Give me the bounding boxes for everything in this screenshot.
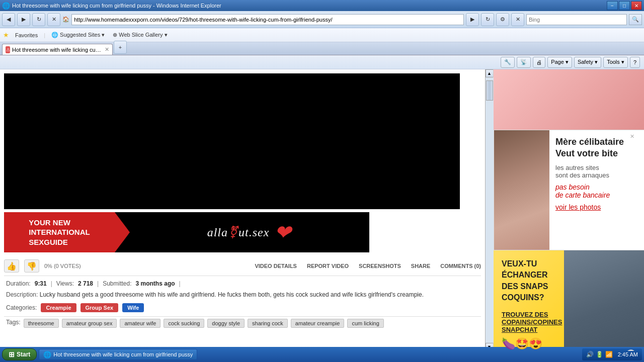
address-bar: ◀ ▶ ↻ ✕ 🏠 ▶ ↻ ⚙ ✕ 🔍 xyxy=(0,11,644,28)
snap-ad-text: VEUX-TU ÉCHANGER DES SNAPS COQUINS? TROU… xyxy=(494,250,570,351)
snap-sub[interactable]: TROUVEZ DES COPAINS/COPINES SNAPCHAT xyxy=(502,311,562,333)
new-tab-button[interactable]: + xyxy=(114,41,127,54)
tools-icon-button[interactable]: 🔧 xyxy=(501,57,515,68)
sidebar-ad-top[interactable] xyxy=(494,69,644,130)
suggested-sites-button[interactable]: 🌐 Suggested Sites ▾ xyxy=(49,31,107,39)
tab-video-details[interactable]: VIDEO DETAILS xyxy=(255,261,297,271)
tag-amateur-creampie[interactable]: amateur creampie xyxy=(291,319,345,328)
search-input[interactable] xyxy=(526,14,627,25)
scroll-track xyxy=(486,77,494,343)
tray-icon-2: 🔋 xyxy=(596,351,603,358)
tools-small-button[interactable]: ⚙ xyxy=(496,13,509,26)
video-player[interactable] xyxy=(4,73,460,209)
banner-ad[interactable]: YOUR NEWINTERNATIONALSEXGUIDE alla⚧ut.se… xyxy=(4,212,369,252)
refresh-button[interactable]: ↻ xyxy=(32,13,45,26)
video-meta-row: Duration: 9:31 | Views: 2 718 | Submitte… xyxy=(6,280,479,287)
tag-sharing-cock[interactable]: sharing cock xyxy=(248,319,288,328)
submitted-label: Submitted: xyxy=(103,280,131,287)
go-button[interactable]: ▶ xyxy=(466,13,479,26)
views-label: Views: xyxy=(56,280,74,287)
favorites-star-icon: ★ xyxy=(3,31,9,39)
stop-small-button[interactable]: ✕ xyxy=(511,13,524,26)
tab-close-icon[interactable]: ✕ xyxy=(105,46,109,53)
snap-ad-image xyxy=(564,250,644,351)
like-button[interactable]: 👍 xyxy=(4,259,19,273)
tag-amateur-wife[interactable]: amateur wife xyxy=(120,319,160,328)
description-text: Lucky husband gets a good threesome with… xyxy=(40,291,424,298)
ie-taskbar-item[interactable]: 🌐 Hot threesome with wife licking cum fr… xyxy=(39,349,197,360)
sep3: | xyxy=(179,280,181,287)
tag-cock-sucking[interactable]: cock sucking xyxy=(164,319,204,328)
ie-taskbar-icon: 🌐 xyxy=(43,351,51,358)
web-slice-button[interactable]: ⊕ Web Slice Gallery ▾ xyxy=(111,31,169,39)
snap-emojis: 🍆🤩😍 xyxy=(502,337,562,350)
tray-icon-1: 🔊 xyxy=(586,351,594,358)
tag-cum-licking[interactable]: cum licking xyxy=(347,319,383,328)
category-groupsex[interactable]: Group Sex xyxy=(80,303,119,312)
help-button[interactable]: ? xyxy=(630,57,640,68)
title-bar: 🌐 Hot threesome with wife licking cum fr… xyxy=(0,0,644,11)
favorites-button[interactable]: Favorites xyxy=(13,31,40,39)
content-area: YOUR NEWINTERNATIONALSEXGUIDE alla⚧ut.se… xyxy=(0,69,485,351)
banner-heart-icon: ❤ xyxy=(274,221,292,244)
search-go-button[interactable]: 🔍 xyxy=(629,14,642,25)
category-creampie[interactable]: Creampie xyxy=(41,303,76,312)
stop-button[interactable]: ✕ xyxy=(47,13,60,26)
tab-report-video[interactable]: REPORT VIDEO xyxy=(307,261,349,271)
safety-button[interactable]: Safety ▾ xyxy=(574,57,601,68)
print-button[interactable]: 🖨 xyxy=(533,57,545,68)
restore-button[interactable]: □ xyxy=(619,1,630,10)
banner-arrow xyxy=(115,212,130,252)
tab-bar: ⚠ Hot threesome with wife licking cum fr… xyxy=(0,42,644,55)
rss-button[interactable]: 📡 xyxy=(517,57,531,68)
views-value: 2 718 xyxy=(78,280,93,287)
close-button[interactable]: ✕ xyxy=(631,1,642,10)
tools-menu-button[interactable]: Tools ▾ xyxy=(603,57,628,68)
tag-doggy-style[interactable]: doggy style xyxy=(207,319,245,328)
scroll-up-button[interactable]: ▲ xyxy=(486,69,494,77)
french-ad[interactable]: Mère célibataire Veut votre bite les aut… xyxy=(494,130,644,250)
minimize-button[interactable]: − xyxy=(607,1,618,10)
banner-left: YOUR NEWINTERNATIONALSEXGUIDE xyxy=(4,212,115,252)
tags-row: Tags: threesome amateur group sex amateu… xyxy=(4,317,481,330)
scroll-thumb[interactable] xyxy=(486,80,493,101)
tags-label: Tags: xyxy=(6,319,21,328)
dislike-button[interactable]: 👎 xyxy=(24,259,39,273)
tag-threesome[interactable]: threesome xyxy=(24,319,59,328)
vote-percentage: 0% (0 VOTES) xyxy=(44,263,81,269)
french-sub1: les autres sites sont des arnaques xyxy=(555,164,624,179)
ie-toolbar: 🔧 📡 🖨 Page ▾ Safety ▾ Tools ▾ ? xyxy=(0,55,644,69)
tab-share[interactable]: SHARE xyxy=(411,261,431,271)
french-ad-close[interactable]: ✕ xyxy=(630,130,642,250)
submitted-value: 3 months ago xyxy=(136,280,175,287)
start-label: Start xyxy=(17,351,30,358)
tab-main[interactable]: ⚠ Hot threesome with wife licking cum fr… xyxy=(2,44,113,55)
address-input[interactable] xyxy=(71,14,464,25)
back-button[interactable]: ◀ xyxy=(2,13,15,26)
refresh-page-button[interactable]: ↻ xyxy=(481,13,494,26)
category-wife[interactable]: Wife xyxy=(122,303,144,312)
tab-comments[interactable]: COMMENTS (0) xyxy=(440,261,481,271)
snap-ad[interactable]: VEUX-TU ÉCHANGER DES SNAPS COQUINS? TROU… xyxy=(494,250,644,351)
tab-screenshots[interactable]: SCREENSHOTS xyxy=(359,261,401,271)
vertical-scrollbar[interactable]: ▲ ▼ xyxy=(485,69,493,351)
right-sidebar: Mère célibataire Veut votre bite les aut… xyxy=(493,69,644,351)
page-button[interactable]: Page ▾ xyxy=(547,57,572,68)
french-link[interactable]: voir les photos xyxy=(555,203,624,211)
tag-amateur-group-sex[interactable]: amateur group sex xyxy=(62,319,117,328)
main-layout: YOUR NEWINTERNATIONALSEXGUIDE alla⚧ut.se… xyxy=(0,69,644,351)
favorites-bar: ★ Favorites | 🌐 Suggested Sites ▾ ⊕ Web … xyxy=(0,28,644,42)
duration-label: Duration: xyxy=(6,280,31,287)
start-button[interactable]: ⊞ Start xyxy=(2,348,37,360)
window-title: Hot threesome with wife licking cum from… xyxy=(12,3,221,9)
french-red1: pas besoin de carte bancaire xyxy=(555,183,624,199)
clock: 2:45 AM xyxy=(618,351,638,357)
video-info: Duration: 9:31 | Views: 2 718 | Submitte… xyxy=(4,276,481,317)
tab-icon: ⚠ xyxy=(6,46,10,53)
french-title-line1: Mère célibataire Veut votre bite xyxy=(555,136,624,160)
forward-button[interactable]: ▶ xyxy=(17,13,30,26)
banner-center: alla⚧ut.sex ❤ xyxy=(130,221,369,244)
tray-icon-3: 📶 xyxy=(605,351,613,358)
categories-label: Categories: xyxy=(6,304,37,311)
duration-value: 9:31 xyxy=(35,280,47,287)
